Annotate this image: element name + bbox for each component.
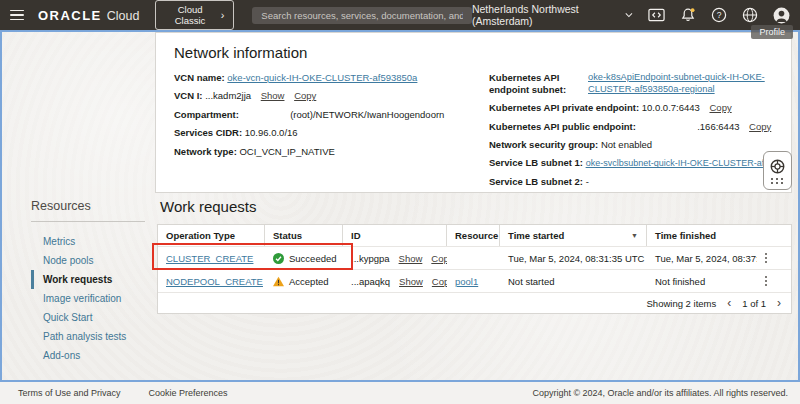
sidebar-item-image-verification[interactable]: Image verification <box>31 289 145 308</box>
content-viewport: Resources Metrics Node pools Work reques… <box>0 30 800 382</box>
network-type-row: Network type: OCI_VCN_IP_NATIVE <box>174 146 489 158</box>
redacted-value <box>242 111 288 118</box>
search-input[interactable] <box>252 7 472 24</box>
services-cidr-value: 10.96.0.0/16 <box>245 127 298 138</box>
time-started-value: Tue, Mar 5, 2024, 08:31:35 UTC <box>500 253 647 264</box>
top-bar: ORACLE Cloud Cloud Classic › Netherlands… <box>0 0 800 30</box>
help-icon[interactable]: ? <box>711 6 727 24</box>
copyright-notice: Copyright © 2024, Oracle and/or its affi… <box>532 388 788 398</box>
oracle-wordmark: ORACLE <box>38 8 102 23</box>
service-lb-subnet-1-row: Service LB subnet 1: oke-svclbsubnet-qui… <box>489 157 773 169</box>
k8s-api-public-endpoint-row: Kubernetes API public endpoint: .166:644… <box>489 121 773 133</box>
notifications-bell-icon[interactable] <box>680 6 696 24</box>
status-label: Succeeded <box>289 253 337 264</box>
work-requests-title: Work requests <box>160 198 256 215</box>
cloud-shell-icon[interactable] <box>648 6 665 24</box>
column-status: Status <box>265 225 343 246</box>
svg-text:?: ? <box>717 10 722 20</box>
services-cidr-row: Services CIDR: 10.96.0.0/16 <box>174 127 489 139</box>
redacted-value <box>639 123 695 130</box>
resources-sidebar: Resources Metrics Node pools Work reques… <box>31 199 145 365</box>
work-request-id: ...kypgpa <box>351 253 390 264</box>
vcn-id-show-link[interactable]: Show <box>261 90 285 101</box>
k8s-api-endpoint-subnet-link[interactable]: oke-k8sApiEndpoint-subnet-quick-IH-OKE-C… <box>588 72 773 96</box>
region-selector[interactable]: Netherlands Northwest (Amsterdam) <box>472 3 633 27</box>
profile-avatar[interactable] <box>773 6 790 24</box>
service-lb-subnet-2-value: - <box>586 176 589 187</box>
compartment-row: Compartment: (root)/NETWORK/IwanHoogendo… <box>174 109 489 121</box>
hamburger-menu-icon[interactable] <box>10 10 24 21</box>
id-copy-link[interactable]: Copy <box>431 253 447 264</box>
public-endpoint-value: .166:6443 <box>697 121 739 132</box>
column-id: ID <box>343 225 447 246</box>
vcn-id-copy-link[interactable]: Copy <box>294 90 316 101</box>
network-info-right-column: Kubernetes API endpoint subnet: oke-k8sA… <box>489 72 773 193</box>
language-globe-icon[interactable] <box>742 6 758 24</box>
private-endpoint-value: 10.0.0.7:6443 <box>642 102 700 113</box>
sidebar-item-metrics[interactable]: Metrics <box>31 232 145 251</box>
network-information-card: Network information VCN name: oke-vcn-qu… <box>155 32 792 193</box>
work-requests-table: Operation Type Status ID Resource Time s… <box>157 224 792 314</box>
id-show-link[interactable]: Show <box>399 276 423 287</box>
private-endpoint-copy-link[interactable]: Copy <box>709 102 731 113</box>
status-label: Accepted <box>289 276 329 287</box>
pagination-summary: Showing 2 items <box>647 298 717 309</box>
table-row-nodepool-create: NODEPOOL_CREATE Accepted ...apaqkq Show … <box>158 269 791 292</box>
sidebar-item-node-pools[interactable]: Node pools <box>31 251 145 270</box>
profile-tooltip: Profile <box>751 25 793 39</box>
cookie-preferences-link[interactable]: Cookie Preferences <box>149 388 228 398</box>
vcn-id-value: ...kadm2jja <box>205 90 251 101</box>
region-label: Netherlands Northwest (Amsterdam) <box>472 3 619 27</box>
previous-page-icon[interactable]: ‹ <box>727 297 731 309</box>
sidebar-item-quick-start[interactable]: Quick Start <box>31 308 145 327</box>
next-page-icon[interactable]: › <box>777 297 781 309</box>
vcn-name-link[interactable]: oke-vcn-quick-IH-OKE-CLUSTER-af593850a <box>227 72 417 83</box>
success-icon <box>273 253 284 264</box>
network-info-left-column: VCN name: oke-vcn-quick-IH-OKE-CLUSTER-a… <box>174 72 489 193</box>
column-actions <box>757 225 775 246</box>
column-time-started[interactable]: Time started ▼ <box>500 225 647 246</box>
operation-link[interactable]: NODEPOOL_CREATE <box>166 276 263 287</box>
time-finished-value: Tue, Mar 5, 2024, 08:37:39 UTC <box>647 253 757 264</box>
sidebar-title: Resources <box>31 199 145 213</box>
table-row-cluster-create: CLUSTER_CREATE Succeeded ...kypgpa Show … <box>158 246 791 269</box>
work-request-id: ...apaqkq <box>351 276 390 287</box>
support-widget[interactable] <box>763 151 792 190</box>
network-type-value: OCI_VCN_IP_NATIVE <box>239 146 334 157</box>
oracle-cloud-logo[interactable]: ORACLE Cloud <box>38 8 140 23</box>
column-operation-type: Operation Type <box>158 225 265 246</box>
sidebar-item-add-ons[interactable]: Add-ons <box>31 346 145 365</box>
network-information-title: Network information <box>174 44 773 61</box>
public-endpoint-copy-link[interactable]: Copy <box>749 121 771 132</box>
sidebar-divider <box>31 221 145 222</box>
sort-descending-icon: ▼ <box>631 232 638 239</box>
row-actions-menu-icon[interactable] <box>757 276 775 286</box>
nsg-value: Not enabled <box>601 139 652 150</box>
vcn-id-row: VCN I: ...kadm2jja Show Copy <box>174 90 489 102</box>
life-ring-icon <box>769 158 786 175</box>
row-actions-menu-icon[interactable] <box>757 253 775 263</box>
terms-of-use-link[interactable]: Terms of Use and Privacy <box>18 388 121 398</box>
k8s-api-endpoint-subnet-row: Kubernetes API endpoint subnet: oke-k8sA… <box>489 72 773 96</box>
id-copy-link[interactable]: Copy <box>432 276 447 287</box>
table-header-row: Operation Type Status ID Resource Time s… <box>158 225 791 246</box>
oci-console: ORACLE Cloud Cloud Classic › Netherlands… <box>0 0 800 404</box>
column-time-finished: Time finished <box>647 225 757 246</box>
cloud-wordmark: Cloud <box>107 9 140 23</box>
service-lb-subnet-1-link[interactable]: oke-svclbsubnet-quick-IH-OKE-CLUSTER-af5… <box>586 158 792 168</box>
table-pagination: Showing 2 items ‹ 1 of 1 › <box>158 292 791 313</box>
sidebar-item-path-analysis-tests[interactable]: Path analysis tests <box>31 327 145 346</box>
vcn-name-row: VCN name: oke-vcn-quick-IH-OKE-CLUSTER-a… <box>174 72 489 84</box>
pagination-page-indicator: 1 of 1 <box>742 298 766 309</box>
operation-link[interactable]: CLUSTER_CREATE <box>166 253 253 264</box>
cloud-classic-label: Cloud Classic <box>165 4 214 26</box>
resource-link[interactable]: pool1 <box>455 276 478 287</box>
service-lb-subnet-2-row: Service LB subnet 2: - <box>489 176 773 188</box>
time-finished-value: Not finished <box>647 276 757 287</box>
sidebar-item-work-requests[interactable]: Work requests <box>31 270 145 289</box>
column-resource: Resource <box>447 225 500 246</box>
id-show-link[interactable]: Show <box>399 253 423 264</box>
compartment-value: (root)/NETWORK/IwanHoogendoorn <box>290 109 444 120</box>
chevron-down-icon <box>625 12 633 18</box>
cloud-classic-button[interactable]: Cloud Classic › <box>155 0 234 30</box>
